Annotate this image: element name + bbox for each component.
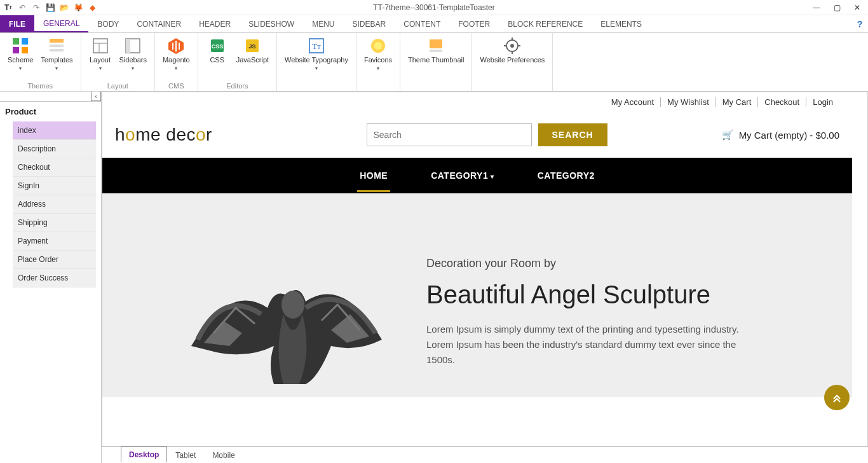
svg-point-23 [510,44,514,48]
svg-rect-1 [22,38,28,45]
ribbon-tab-general[interactable]: GENERAL [34,15,88,32]
svg-point-28 [281,291,304,319]
preview-canvas: My AccountMy WishlistMy CartCheckoutLogi… [102,92,868,446]
favicon-icon [369,37,387,55]
typo-icon: TT [308,37,325,55]
svg-text:JS: JS [249,43,256,50]
ribbon-item-website-typography[interactable]: TTWebsite Typography▾ [281,34,352,90]
ribbon-item-templates[interactable]: Templates▾ [37,34,76,82]
svg-point-19 [374,42,382,50]
collapse-panel-icon[interactable]: ‹ [91,92,101,101]
sidebar-item-address[interactable]: Address [13,195,96,214]
save-icon[interactable]: 💾 [44,2,56,13]
ribbon-tab-block-reference[interactable]: BLOCK REFERENCE [499,15,592,32]
ribbon-tab-elements[interactable]: ELEMENTS [592,15,651,32]
chevron-down-icon: ▾ [491,173,494,180]
cart-summary[interactable]: 🛒 My Cart (empty) - $0.00 [722,129,839,141]
top-link-checkout[interactable]: Checkout [758,97,806,107]
top-link-my-wishlist[interactable]: My Wishlist [661,97,716,107]
ribbon-item-theme-thumbnail[interactable]: Theme Thumbnail [404,34,468,90]
ribbon-tab-footer[interactable]: FOOTER [449,15,499,32]
svg-rect-20 [430,39,442,48]
preview-header-row: home decor SEARCH 🛒 My Cart (empty) - $0… [102,112,852,158]
svg-text:CSS: CSS [211,43,223,50]
preview-main-nav: HOMECATEGORY1▾CATEGORY2 [102,158,852,193]
nav-item-category2[interactable]: CATEGORY2 [535,160,597,191]
ribbon-tabs: FILE GENERALBODYCONTAINERHEADERSLIDESHOW… [0,15,868,33]
open-icon[interactable]: 📂 [58,2,70,13]
hero-body: Lorem Ipsum is simply dummy text of the … [426,322,757,368]
scroll-to-top-button[interactable] [824,385,850,410]
file-tab[interactable]: FILE [0,15,34,32]
top-link-my-cart[interactable]: My Cart [716,97,759,107]
device-tab-tablet[interactable]: Tablet [167,447,204,463]
help-icon[interactable]: ? [851,15,868,32]
ribbon-item-css[interactable]: CSSCSS [202,34,233,82]
hero-headline: Beautiful Angel Sculpture [426,280,827,309]
svg-rect-7 [93,39,107,53]
ribbon-tab-slideshow[interactable]: SLIDESHOW [240,15,303,32]
top-link-my-account[interactable]: My Account [605,97,661,107]
svg-rect-0 [13,38,19,45]
top-link-login[interactable]: Login [806,97,839,107]
ribbon-tab-body[interactable]: BODY [88,15,128,32]
nav-item-category1[interactable]: CATEGORY1▾ [428,160,497,191]
ribbon-group: Favicons▾ [356,33,400,91]
chevron-down-icon: ▾ [55,66,58,71]
minimize-icon[interactable]: — [812,3,821,12]
title-bar: TT ↶ ↷ 💾 📂 🦊 ◆ TT-7theme--30061-Template… [0,0,868,15]
quick-access-toolbar: TT ↶ ↷ 💾 📂 🦊 ◆ [0,2,98,13]
ribbon-item-javascript[interactable]: JSJavaScript [233,34,273,82]
ribbon-tab-sidebar[interactable]: SIDEBAR [344,15,395,32]
svg-rect-11 [126,39,130,53]
ribbon-group: Layout▾Sidebars▾Layout [81,33,155,91]
thumb-icon [427,37,445,55]
close-icon[interactable]: ✕ [853,3,862,12]
device-tab-desktop[interactable]: Desktop [121,446,167,462]
ribbon-tab-content[interactable]: CONTENT [395,15,449,32]
window-title: TT-7theme--30061-TemplateToaster [373,3,494,12]
side-panel-header: Product [0,102,101,121]
maximize-icon[interactable]: ▢ [832,3,841,12]
app-icon: TT [3,2,14,13]
ribbon-item-sidebars[interactable]: Sidebars▾ [116,34,151,82]
ribbon-item-magento[interactable]: Magento▾ [159,34,194,82]
ribbon-tab-header[interactable]: HEADER [190,15,240,32]
magento-qat-icon[interactable]: ◆ [86,2,98,13]
sidebar-item-index[interactable]: index [13,121,96,140]
hero-section: Decoration your Room by Beautiful Angel … [102,193,852,397]
chevron-down-icon: ▾ [315,66,318,71]
sidebar-item-shipping[interactable]: Shipping [13,214,96,232]
nav-item-home[interactable]: HOME [357,160,390,191]
ribbon-item-website-preferences[interactable]: Website Preferences [476,34,548,90]
svg-rect-5 [50,45,64,47]
chevron-down-icon: ▾ [377,66,379,71]
sidebar-item-payment[interactable]: Payment [13,232,96,251]
magento-icon [167,37,185,55]
chevron-down-icon: ▾ [19,66,22,71]
undo-icon[interactable]: ↶ [17,2,28,13]
search-input[interactable] [367,123,532,146]
svg-rect-3 [22,47,28,53]
ribbon-tab-menu[interactable]: MENU [303,15,343,32]
ribbon-item-scheme[interactable]: Scheme▾ [4,34,37,82]
ribbon-group: Scheme▾Templates▾Themes [0,33,81,91]
ribbon-group: Theme Thumbnail [400,33,472,91]
ribbon-tab-container[interactable]: CONTAINER [128,15,190,32]
sidebar-item-signin[interactable]: SignIn [13,177,96,195]
device-tab-mobile[interactable]: Mobile [204,447,243,463]
ribbon-group: TTWebsite Typography▾ [277,33,356,91]
redo-icon[interactable]: ↷ [31,2,42,13]
search-button[interactable]: SEARCH [538,123,607,146]
sidebar-item-order-success[interactable]: Order Success [13,269,96,287]
ribbon-item-favicons[interactable]: Favicons▾ [360,34,396,90]
sidebar-item-description[interactable]: Description [13,140,96,158]
ribbon-group: Website Preferences [472,33,553,91]
ribbon-item-layout[interactable]: Layout▾ [85,34,116,82]
hero-eyebrow: Decoration your Room by [426,257,827,270]
sidebar-item-place-order[interactable]: Place Order [13,251,96,269]
preview-top-links: My AccountMy WishlistMy CartCheckoutLogi… [102,92,852,112]
svg-text:TT: TT [312,41,321,51]
firefox-icon[interactable]: 🦊 [72,2,84,13]
sidebar-item-checkout[interactable]: Checkout [13,158,96,177]
